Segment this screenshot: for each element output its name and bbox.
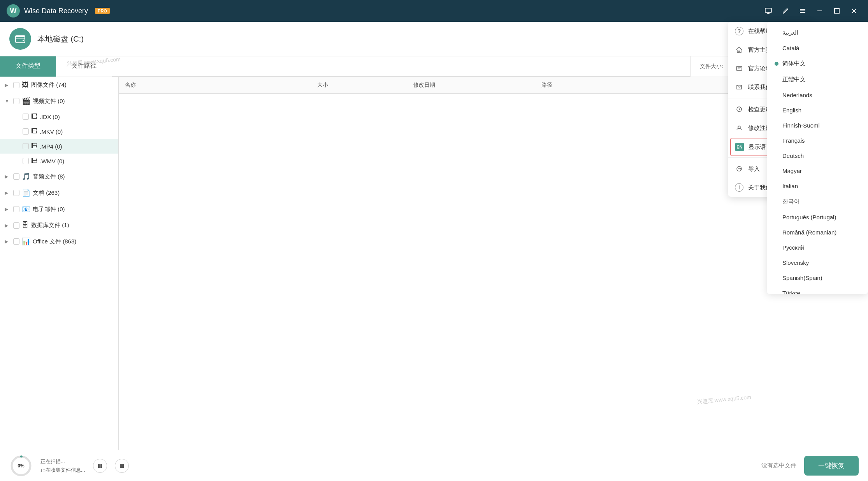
lang-traditional-chinese[interactable]: 正體中文 (767, 72, 868, 87)
checkbox-mkv[interactable] (23, 128, 29, 135)
edit-button[interactable] (778, 3, 793, 19)
lang-german-label: Deutsch (782, 152, 804, 159)
tree-item-audio[interactable]: ▶ 🎵 音频文件 (8) (0, 168, 118, 185)
help-icon: ? (735, 27, 743, 35)
recover-button[interactable]: 一键恢复 (804, 456, 859, 476)
lang-catalan[interactable]: Català (767, 40, 868, 56)
bottom-right: 没有选中文件 一键恢复 (761, 456, 859, 476)
pause-button[interactable] (93, 459, 107, 473)
lang-traditional-chinese-label: 正體中文 (782, 76, 806, 83)
checkbox-docs[interactable] (13, 190, 19, 196)
expand-arrow-office: ▶ (5, 239, 11, 244)
about-icon: i (735, 183, 743, 192)
tab-file-type[interactable]: 文件类型 (0, 56, 56, 77)
expand-arrow-audio: ▶ (5, 174, 11, 179)
idx-icon: 🎞 (31, 113, 37, 120)
tree-item-idx[interactable]: 🎞 .IDX (0) (0, 109, 118, 124)
language-submenu: العربية Català 简体中文 正體中文 Nederlands Engl… (767, 22, 868, 294)
tree-item-videos[interactable]: ▼ 🎬 视频文件 (0) (0, 93, 118, 109)
mp4-label: .MP4 (0) (40, 143, 114, 150)
idx-label: .IDX (0) (40, 114, 114, 120)
lang-portuguese-label: Português (Portugal) (782, 214, 836, 220)
checkbox-mp4[interactable] (23, 143, 29, 149)
lang-slovak[interactable]: Slovensky (767, 255, 868, 270)
tree-item-mkv[interactable]: 🎞 .MKV (0) (0, 124, 118, 139)
lang-simplified-chinese[interactable]: 简体中文 (767, 56, 868, 72)
lang-italian[interactable]: Italian (767, 178, 868, 194)
checkbox-videos[interactable] (13, 98, 19, 104)
maximize-button[interactable] (829, 3, 845, 19)
lang-portuguese[interactable]: Português (Portugal) (767, 210, 868, 225)
tree-item-mp4[interactable]: 🎞 .MP4 (0) (0, 139, 118, 154)
lang-romanian[interactable]: Română (Romanian) (767, 225, 868, 240)
title-bar: W Wise Data Recovery PRO (0, 0, 868, 22)
app-title: Wise Data Recovery (24, 7, 88, 15)
menu-button[interactable] (795, 3, 810, 19)
checkbox-office[interactable] (13, 238, 19, 245)
lang-russian[interactable]: Русский (767, 240, 868, 255)
lang-finnish[interactable]: Finnish-Suomi (767, 118, 868, 133)
lang-turkish-label: Türkçe (782, 290, 800, 294)
email-label: 电子邮件 (0) (33, 206, 114, 213)
pro-badge: PRO (95, 8, 110, 14)
mkv-icon: 🎞 (31, 128, 37, 135)
tree-item-email[interactable]: ▶ 📧 电子邮件 (0) (0, 201, 118, 217)
minimize-button[interactable] (812, 3, 828, 19)
checkbox-wmv[interactable] (23, 158, 29, 164)
checkbox-images[interactable] (13, 82, 19, 88)
lang-arabic[interactable]: العربية (767, 25, 868, 40)
lang-romanian-label: Română (Romanian) (782, 229, 836, 236)
col-header-size: 大小 (317, 82, 413, 89)
audio-icon: 🎵 (22, 172, 30, 181)
tree-item-docs[interactable]: ▶ 📄 文档 (263) (0, 185, 118, 201)
progress-percent: 0% (18, 463, 24, 469)
lang-simplified-chinese-label: 简体中文 (782, 60, 806, 67)
videos-icon: 🎬 (22, 97, 30, 105)
tree-item-images[interactable]: ▶ 🖼 图像文件 (74) (0, 77, 118, 93)
docs-icon: 📄 (22, 189, 30, 197)
close-button[interactable] (846, 3, 862, 19)
lang-spanish-label: Spanish(Spain) (782, 275, 822, 281)
checkbox-audio[interactable] (13, 173, 19, 180)
lang-french-label: Français (782, 137, 805, 144)
lang-finnish-label: Finnish-Suomi (782, 122, 820, 129)
language-icon: EN (735, 143, 744, 151)
stop-button[interactable] (115, 459, 129, 473)
checkbox-email[interactable] (13, 206, 19, 212)
scan-line-1: 正在扫描... (40, 458, 85, 465)
lang-slovak-label: Slovensky (782, 259, 809, 266)
app-logo: W Wise Data Recovery PRO (6, 4, 110, 18)
lang-dutch[interactable]: Nederlands (767, 87, 868, 103)
lang-turkish[interactable]: Türkçe (767, 285, 868, 294)
contact-icon (735, 83, 743, 91)
bottom-bar: 0% 正在扫描... 正在收集文件信息... 没有选中文件 一键恢复 (0, 450, 868, 481)
lang-english[interactable]: English (767, 103, 868, 118)
svg-rect-22 (736, 66, 742, 70)
audio-label: 音频文件 (8) (33, 173, 114, 180)
expand-arrow-email: ▶ (5, 206, 11, 212)
col-header-path: 路径 (541, 82, 734, 89)
lang-arabic-label: العربية (782, 29, 798, 36)
lang-english-label: English (782, 107, 801, 114)
lang-french[interactable]: Français (767, 133, 868, 148)
checkbox-db[interactable] (13, 222, 19, 229)
expand-arrow-db: ▶ (5, 223, 11, 228)
lang-hungarian[interactable]: Magyar (767, 163, 868, 178)
office-icon: 📊 (22, 237, 30, 246)
checkbox-idx[interactable] (23, 114, 29, 120)
tree-item-db[interactable]: ▶ 🗄 数据库文件 (1) (0, 217, 118, 233)
tree-item-office[interactable]: ▶ 📊 Office 文件 (863) (0, 233, 118, 250)
lang-korean[interactable]: 한국어 (767, 194, 868, 210)
import-icon (735, 164, 743, 173)
expand-arrow-docs: ▶ (5, 190, 11, 196)
wmv-icon: 🎞 (31, 157, 37, 164)
images-label: 图像文件 (74) (31, 81, 114, 89)
email-icon: 📧 (22, 205, 30, 213)
tree-item-wmv[interactable]: 🎞 .WMV (0) (0, 154, 118, 168)
app-logo-icon: W (6, 4, 20, 18)
scan-line-2: 正在收集文件信息... (40, 467, 85, 474)
lang-spanish[interactable]: Spanish(Spain) (767, 270, 868, 285)
tab-file-path[interactable]: 文件路径 (56, 56, 112, 77)
lang-german[interactable]: Deutsch (767, 148, 868, 163)
monitor-button[interactable] (761, 3, 776, 19)
